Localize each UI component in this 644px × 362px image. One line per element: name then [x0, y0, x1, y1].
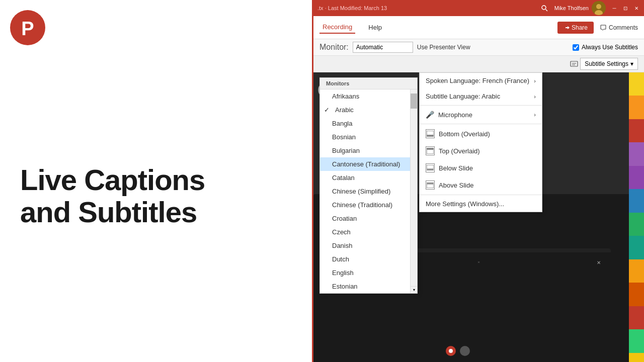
powerpoint-logo: P [10, 10, 45, 45]
subtitle-settings-icon [570, 60, 578, 68]
svg-point-2 [542, 6, 546, 10]
menu-divider-1 [420, 105, 542, 106]
scroll-thumb[interactable] [411, 94, 417, 109]
swatch-1 [629, 72, 644, 96]
language-item-chinese-simplified[interactable]: Chinese (Simplified) [320, 185, 417, 198]
language-list: Afrikaans ✓ Arabic Bangla Bosnian Bulgar… [320, 89, 417, 293]
language-item-danish[interactable]: Danish [320, 239, 417, 252]
close-button[interactable]: ✕ [633, 5, 640, 12]
title-bar: .tx · Last Modified: March 13 Mike Tholf… [313, 0, 644, 16]
microphone-item[interactable]: 🎤 Microphone › [420, 107, 542, 123]
below-slide-icon [426, 163, 435, 172]
search-button[interactable] [537, 1, 551, 15]
svg-rect-17 [427, 184, 434, 188]
user-avatar [592, 1, 606, 15]
monitor-row: Monitor: Automatic Use Presenter View Al… [313, 39, 644, 56]
presenter-view-label: Use Presenter View [417, 44, 470, 51]
svg-rect-7 [571, 61, 578, 66]
spoken-language-item[interactable]: Spoken Language: French (France) › [420, 73, 542, 88]
language-item-bosnian[interactable]: Bosnian [320, 130, 417, 144]
scroll-track[interactable]: ▾ [410, 89, 417, 293]
swatch-8 [629, 236, 644, 259]
maximize-button[interactable]: ⊡ [622, 5, 629, 12]
file-title: .tx · Last Modified: March 13 [317, 5, 387, 11]
color-swatches [629, 72, 644, 362]
language-item-estonian[interactable]: Estonian [320, 280, 417, 293]
svg-point-5 [596, 4, 601, 9]
subtitle-language-item[interactable]: Subtitle Language: Arabic › [420, 88, 542, 104]
language-item-czech[interactable]: Czech [320, 225, 417, 239]
swatch-9 [629, 259, 644, 283]
slide-text: Live Captions and Subtitles [20, 164, 205, 228]
title-bar-right: Mike Tholfsen ─ ⊡ ✕ [537, 1, 640, 15]
username: Mike Tholfsen [554, 5, 589, 11]
language-item-afrikaans[interactable]: Afrikaans [320, 89, 417, 103]
swatch-4 [629, 142, 644, 165]
always-subtitles-checkbox[interactable] [573, 44, 579, 51]
bottom-overlaid-item[interactable]: Bottom (Overlaid) [420, 125, 542, 142]
share-button[interactable]: Share [557, 22, 594, 34]
swatch-7 [629, 213, 644, 236]
language-item-bangla[interactable]: Bangla [320, 117, 417, 130]
ribbon: Recording Help Share Comments [313, 16, 644, 39]
swatch-10 [629, 283, 644, 306]
bottom-overlaid-icon [426, 129, 435, 138]
swatch-13 [629, 353, 644, 362]
slide-title-line1: Live Captions [20, 164, 205, 196]
language-item-cantonese[interactable]: Cantonese (Traditional) [320, 157, 417, 171]
ppt-ui: .tx · Last Modified: March 13 Mike Tholf… [312, 0, 644, 362]
ribbon-right: Share Comments [557, 22, 638, 34]
minimize-button[interactable]: ─ [611, 5, 618, 12]
main-content: C ✕ × [313, 72, 644, 362]
swatch-12 [629, 329, 644, 352]
slide-area: P Live Captions and Subtitles [0, 0, 312, 362]
microphone-icon: 🎤 [426, 111, 434, 119]
language-item-dutch[interactable]: Dutch [320, 252, 417, 266]
language-item-croatian[interactable]: Croatian [320, 212, 417, 225]
svg-rect-14 [427, 165, 434, 169]
svg-rect-13 [427, 148, 434, 150]
comments-button[interactable]: Comments [600, 24, 638, 31]
spoken-language-arrow: › [534, 78, 536, 84]
scroll-arrow-down[interactable]: ▾ [411, 286, 417, 293]
language-item-english[interactable]: English [320, 266, 417, 280]
above-slide-icon [426, 180, 435, 190]
language-item-catalan[interactable]: Catalan [320, 171, 417, 185]
above-slide-item[interactable]: Above Slide [420, 176, 542, 194]
svg-text:P: P [21, 18, 34, 39]
slide-title-line2: and Subtitles [20, 196, 205, 228]
subtitle-settings-dropdown: Spoken Language: French (France) › Subti… [419, 72, 542, 212]
swatch-6 [629, 189, 644, 212]
swatch-3 [629, 119, 644, 142]
microphone-arrow: › [534, 112, 536, 118]
tab-recording[interactable]: Recording [319, 21, 355, 34]
subtitle-settings-row: Subtitle Settings ▾ [313, 56, 644, 72]
language-dropdown-header: Monitors [320, 78, 417, 89]
swatch-2 [629, 96, 644, 119]
language-item-chinese-traditional[interactable]: Chinese (Traditional) [320, 198, 417, 212]
swatch-5 [629, 166, 644, 189]
window-controls: ─ ⊡ ✕ [611, 5, 640, 12]
user-area: Mike Tholfsen [537, 1, 606, 15]
below-slide-item[interactable]: Below Slide [420, 159, 542, 176]
title-bar-left: .tx · Last Modified: March 13 [317, 5, 387, 11]
top-overlaid-icon [426, 146, 435, 155]
subtitle-language-arrow: › [534, 94, 536, 100]
language-dropdown: Monitors Afrikaans ✓ Arabic Bangla Bosni… [319, 77, 418, 294]
tab-help[interactable]: Help [365, 22, 385, 33]
svg-rect-11 [427, 135, 434, 137]
more-settings-item[interactable]: More Settings (Windows)... [420, 196, 542, 212]
subtitle-settings-button[interactable]: Subtitle Settings ▾ [580, 58, 638, 70]
monitor-label: Monitor: [319, 43, 349, 52]
menu-divider-3 [420, 195, 542, 195]
svg-line-3 [545, 10, 547, 12]
check-icon: ✓ [324, 106, 332, 114]
language-item-bulgarian[interactable]: Bulgarian [320, 144, 417, 157]
language-item-arabic[interactable]: ✓ Arabic [320, 103, 417, 117]
always-subtitles-check: Always Use Subtitles [573, 44, 638, 51]
monitor-select[interactable]: Automatic [353, 42, 413, 53]
top-overlaid-item[interactable]: Top (Overlaid) [420, 142, 542, 159]
swatch-11 [629, 306, 644, 329]
menu-divider-2 [420, 124, 542, 124]
